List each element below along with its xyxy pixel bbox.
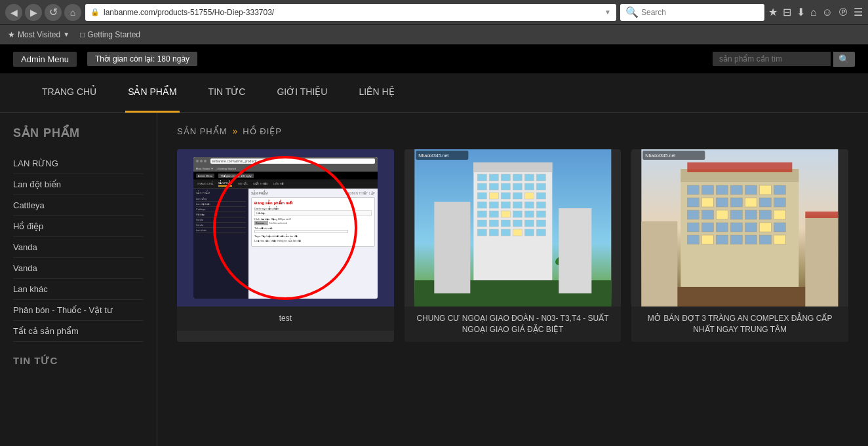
- svg-rect-65: [688, 198, 700, 207]
- svg-rect-22: [489, 202, 498, 208]
- url-dropdown-icon[interactable]: ▼: [604, 9, 611, 16]
- svg-rect-26: [536, 202, 545, 208]
- sidebar-item-phan-bon[interactable]: Phân bón - Thuốc - Vật tư: [13, 300, 144, 321]
- svg-rect-9: [477, 183, 486, 190]
- nav-san-pham[interactable]: SẢN PHẨM: [125, 73, 179, 113]
- menu-icon[interactable]: ☰: [854, 6, 863, 18]
- product-image-1: lanbanme.com/admin_product/ Most Visited…: [177, 149, 394, 307]
- svg-rect-67: [717, 198, 728, 207]
- svg-rect-63: [760, 185, 772, 195]
- breadcrumb-separator: »: [233, 126, 238, 136]
- url-text: lanbanme.com/products-51755/Ho-Diep-3337…: [104, 8, 601, 17]
- home-button[interactable]: ⌂: [64, 4, 81, 21]
- product-card-3[interactable]: Nhadot345.net MỞ BÁN ĐỢT 3 TRÀNG AN COMP…: [631, 149, 848, 342]
- svg-rect-90: [745, 235, 757, 244]
- sidebar-item-vanda-2[interactable]: Vanda: [13, 258, 144, 279]
- svg-rect-69: [745, 198, 757, 207]
- sidebar-item-ho-diep[interactable]: Hồ điệp: [13, 216, 144, 237]
- svg-rect-79: [688, 223, 700, 232]
- toolbar-icons: ★ ⊟ ⬇ ⌂ ☺ ℗ ☰: [768, 6, 863, 18]
- svg-rect-66: [702, 198, 714, 207]
- sidebar-item-tat-ca[interactable]: Tất cả sản phẩm: [13, 321, 144, 342]
- svg-rect-2: [473, 162, 552, 172]
- getting-started-label: Getting Started: [87, 30, 140, 39]
- product-caption-1: test: [177, 307, 394, 331]
- product-caption-text-1: test: [185, 313, 386, 324]
- nav-trang-chu[interactable]: TRANG CHỦ: [39, 73, 99, 113]
- svg-rect-24: [513, 202, 522, 208]
- bookmark-star-icon[interactable]: ★: [768, 6, 778, 18]
- profile-icon[interactable]: ☺: [822, 7, 833, 18]
- product-caption-2: CHUNG CƯ NGOẠI GIAO ĐOÀN - N03- T3,T4 - …: [404, 307, 621, 342]
- nav-lien-he[interactable]: LIÊN HỆ: [356, 73, 397, 113]
- svg-rect-11: [501, 183, 510, 190]
- address-bar[interactable]: 🔒 lanbanme.com/products-51755/Ho-Diep-33…: [85, 4, 616, 21]
- svg-rect-13: [524, 183, 534, 190]
- svg-rect-85: [774, 223, 786, 232]
- nav-tin-tuc[interactable]: TIN TỨC: [206, 73, 248, 113]
- svg-rect-35: [501, 220, 510, 227]
- svg-rect-37: [524, 220, 534, 227]
- most-visited-dropdown-icon: ▼: [63, 31, 69, 38]
- svg-rect-12: [513, 183, 522, 190]
- most-visited-bookmark[interactable]: ★ Most Visited ▼: [5, 29, 72, 41]
- svg-rect-84: [760, 223, 772, 232]
- admin-search-input[interactable]: [713, 52, 831, 66]
- svg-rect-60: [717, 185, 728, 195]
- sidebar-item-vanda-1[interactable]: Vanda: [13, 237, 144, 258]
- svg-rect-19: [524, 193, 534, 199]
- svg-rect-30: [513, 211, 522, 217]
- breadcrumb-current: HỒ ĐIỆP: [243, 126, 282, 136]
- sidebar-item-cattleya[interactable]: Cattleya: [13, 195, 144, 216]
- svg-rect-14: [536, 183, 545, 190]
- download-icon[interactable]: ⬇: [797, 6, 805, 18]
- browser-chrome: ◀ ▶ ↺ ⌂ 🔒 lanbanme.com/products-51755/Ho…: [0, 0, 868, 25]
- sidebar-item-lan-rung[interactable]: LAN RỪNG: [13, 153, 144, 174]
- building-svg-1: Nhadot345.net: [404, 149, 621, 307]
- svg-rect-43: [524, 229, 534, 236]
- page-content: SẢN PHẨM LAN RỪNG Lan đột biến Cattleya …: [0, 113, 868, 446]
- home-icon[interactable]: ⌂: [810, 7, 817, 18]
- search-box[interactable]: 🔍: [620, 4, 764, 21]
- nav-gioi-thieu[interactable]: GIỚI THIỆU: [274, 73, 330, 113]
- svg-rect-6: [513, 174, 522, 181]
- product-image-3: Nhadot345.net: [631, 149, 848, 307]
- svg-rect-77: [760, 210, 772, 219]
- svg-rect-87: [702, 235, 714, 244]
- svg-rect-40: [489, 229, 498, 236]
- mini-form-area: SẢN PHẨM ADMIN THIẾT LẬP Đăng sản phẩm m…: [248, 189, 378, 299]
- main-nav: TRANG CHỦ SẢN PHẨM TIN TỨC GIỚI THIỆU LI…: [0, 73, 868, 113]
- admin-search-button[interactable]: 🔍: [833, 52, 855, 67]
- product-card-2[interactable]: Nhadot345.net CHUNG CƯ NGOẠI GIAO ĐOÀN -…: [404, 149, 621, 342]
- refresh-button[interactable]: ↺: [45, 4, 62, 21]
- svg-rect-36: [513, 220, 522, 227]
- svg-rect-91: [760, 235, 772, 244]
- search-input[interactable]: [641, 8, 759, 17]
- svg-rect-76: [745, 210, 757, 219]
- svg-text:Nhadot345.net: Nhadot345.net: [646, 153, 676, 158]
- building-svg-2: Nhadot345.net: [631, 149, 848, 307]
- svg-rect-41: [501, 229, 510, 236]
- search-icon: 🔍: [625, 6, 639, 18]
- forward-button[interactable]: ▶: [25, 4, 42, 21]
- back-button[interactable]: ◀: [5, 4, 22, 21]
- svg-rect-78: [774, 210, 786, 219]
- product-card-1[interactable]: lanbanme.com/admin_product/ Most Visited…: [177, 149, 394, 342]
- countdown-badge: Thời gian còn lại: 180 ngày: [87, 52, 197, 66]
- svg-rect-92: [774, 235, 786, 244]
- product-grid: lanbanme.com/admin_product/ Most Visited…: [177, 149, 848, 342]
- sidebar-item-lan-khac[interactable]: Lan khác: [13, 279, 144, 300]
- svg-rect-20: [536, 193, 545, 199]
- sidebar-item-lan-dot-bien[interactable]: Lan đột biến: [13, 174, 144, 195]
- svg-rect-42: [513, 229, 522, 236]
- svg-rect-80: [702, 223, 714, 232]
- svg-rect-64: [774, 185, 786, 195]
- getting-started-bookmark[interactable]: □ Getting Started: [77, 29, 143, 41]
- admin-bar: Admin Menu Thời gian còn lại: 180 ngày 🔍: [0, 45, 868, 73]
- svg-rect-89: [731, 235, 743, 244]
- admin-menu-button[interactable]: Admin Menu: [13, 52, 77, 67]
- breadcrumb-parent[interactable]: SẢN PHẨM: [177, 126, 227, 136]
- svg-rect-15: [477, 193, 486, 199]
- reading-list-icon[interactable]: ⊟: [783, 6, 791, 18]
- sync-icon[interactable]: ℗: [838, 6, 848, 18]
